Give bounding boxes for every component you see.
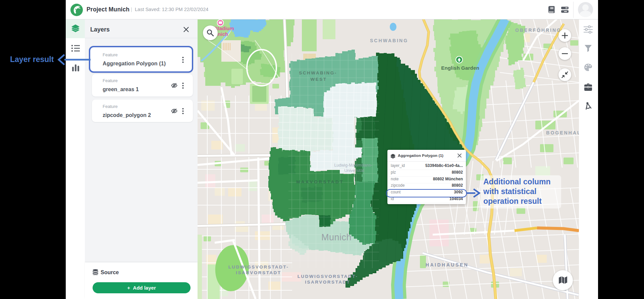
svg-text:LUDWIGSVORSTADT-: LUDWIGSVORSTADT- bbox=[228, 264, 289, 270]
svg-text:English Garden: English Garden bbox=[441, 65, 479, 71]
svg-text:SCHWABING-: SCHWABING- bbox=[299, 70, 337, 75]
svg-text:SCHWABING: SCHWABING bbox=[370, 38, 408, 43]
svg-text:Universität: Universität bbox=[344, 168, 364, 173]
svg-text:OBERFÖHRING: OBERFÖHRING bbox=[515, 27, 561, 33]
svg-text:MAXVORSTADT: MAXVORSTADT bbox=[296, 179, 344, 184]
svg-text:ISARVORSTADT: ISARVORSTADT bbox=[305, 280, 350, 285]
svg-text:HAIDHAUSEN: HAIDHAUSEN bbox=[426, 262, 469, 267]
svg-text:Munich: Munich bbox=[321, 232, 352, 242]
svg-text:LUDWIGSVORSTADT-: LUDWIGSVORSTADT- bbox=[298, 274, 358, 279]
svg-text:WEST: WEST bbox=[311, 77, 327, 82]
svg-text:ISARVORSTADT: ISARVORSTADT bbox=[236, 270, 281, 275]
svg-text:BOGENHAUSEN: BOGENHAUSEN bbox=[546, 130, 579, 135]
svg-text:Ludwig-Maximilians-: Ludwig-Maximilians- bbox=[334, 163, 372, 168]
